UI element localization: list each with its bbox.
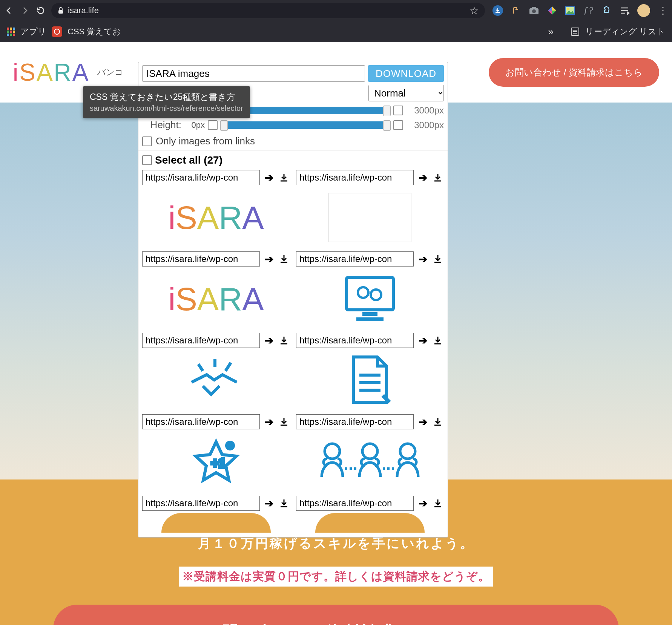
tooltip-url: saruwakakun.com/html-css/reference/selec… [90,103,243,113]
puzzle-ext-icon[interactable] [601,5,612,16]
image-thumbnail[interactable] [142,513,290,533]
image-cell: https://isara.life/wp-con➔ [296,495,444,533]
image-thumbnail[interactable]: iSARA [142,269,290,329]
bookmark-css[interactable]: CSS 覚えてお [68,26,121,37]
cta-small-button[interactable]: お問い合わせ / 資料請求はこちら [489,58,659,87]
forward-button[interactable] [20,5,30,16]
download-icon[interactable] [432,334,444,346]
image-cell: https://isara.life/wp-con➔ [296,414,444,492]
download-ext-icon[interactable] [492,5,503,16]
apps-label[interactable]: アプリ [20,26,46,37]
svg-rect-3 [532,7,536,9]
reading-list-icon[interactable] [570,27,580,37]
open-arrow-icon[interactable]: ➔ [263,497,275,509]
site-logo[interactable]: i S A R A [13,58,90,86]
open-arrow-icon[interactable]: ➔ [263,172,275,184]
svg-point-22 [371,290,381,300]
back-button[interactable] [4,5,14,16]
download-button[interactable]: DOWNLOAD [368,65,444,82]
bookmark-tooltip: CSS 覚えておきたい25種類と書き方 saruwakakun.com/html… [83,86,250,118]
image-thumbnail[interactable] [142,350,290,411]
download-icon[interactable] [432,172,444,184]
lock-icon [57,7,64,14]
image-thumbnail[interactable]: iSARA [142,187,290,248]
colors-ext-icon[interactable] [547,5,557,16]
address-bar[interactable]: isara.life ☆ [51,3,485,18]
cta-large-button[interactable]: お問い合わせ＆資料請求はこちら [53,605,619,625]
svg-rect-0 [58,10,63,14]
image-thumbnail[interactable]: +1 [142,432,290,492]
svg-rect-10 [7,31,9,33]
open-arrow-icon[interactable]: ➔ [263,334,275,346]
select-all-label: Select all (27) [155,154,222,166]
width-max: 3000px [406,105,444,116]
image-url-input[interactable]: https://isara.life/wp-con [296,414,414,429]
type-select[interactable]: Normal [368,85,444,101]
image-cell: https://isara.life/wp-con➔ [142,495,290,533]
download-icon[interactable] [278,497,290,509]
svg-point-21 [358,287,368,298]
orange-note: ※受講料金は実質０円です。詳しくは資料請求をどうぞ。 [179,567,493,587]
image-thumbnail[interactable] [296,269,444,329]
height-min-checkbox[interactable] [208,120,218,130]
download-icon[interactable] [278,172,290,184]
reading-list-label[interactable]: リーディング リスト [585,26,665,37]
image-cell: https://isara.life/wp-con➔+1 [142,414,290,492]
open-arrow-icon[interactable]: ➔ [263,416,275,428]
image-thumbnail[interactable] [296,513,444,533]
star-icon[interactable]: ☆ [469,5,479,17]
reload-button[interactable] [35,5,46,16]
image-ext-icon[interactable] [565,5,575,16]
camera-ext-icon[interactable] [529,5,539,16]
svg-rect-12 [13,31,15,33]
image-thumbnail[interactable] [296,432,444,492]
svg-rect-13 [7,34,9,36]
open-arrow-icon[interactable]: ➔ [417,497,429,509]
profile-avatar[interactable] [637,4,650,17]
extensions-row: ƒ? ⋮ [492,4,668,17]
ext-icon-2[interactable] [511,5,521,16]
image-url-input[interactable]: https://isara.life/wp-con [142,496,260,511]
bookmark-overflow[interactable]: » [548,26,553,38]
image-url-input[interactable]: https://isara.life/wp-con [142,333,260,348]
download-icon[interactable] [278,334,290,346]
font-ext-icon[interactable]: ƒ? [583,5,594,16]
image-thumbnail[interactable] [296,350,444,411]
download-icon[interactable] [432,497,444,509]
image-cell: https://isara.life/wp-con➔ [142,332,290,411]
bookmark-badge[interactable] [52,26,62,37]
url-text: isara.life [68,6,99,15]
image-url-input[interactable]: https://isara.life/wp-con [142,170,260,185]
download-icon[interactable] [278,253,290,265]
image-url-input[interactable]: https://isara.life/wp-con [142,251,260,267]
filename-input[interactable] [142,65,365,82]
image-cell: https://isara.life/wp-con➔iSARA [142,251,290,329]
open-arrow-icon[interactable]: ➔ [263,253,275,265]
image-thumbnail[interactable] [296,187,444,248]
image-url-input[interactable]: https://isara.life/wp-con [296,496,414,511]
image-url-input[interactable]: https://isara.life/wp-con [296,251,414,267]
width-max-checkbox[interactable] [393,106,403,115]
open-arrow-icon[interactable]: ➔ [417,253,429,265]
image-url-input[interactable]: https://isara.life/wp-con [142,414,260,429]
height-max-checkbox[interactable] [393,120,403,130]
image-cell: https://isara.life/wp-con➔ [296,169,444,248]
height-slider[interactable] [221,121,390,130]
download-icon[interactable] [278,416,290,428]
download-icon[interactable] [432,416,444,428]
image-url-input[interactable]: https://isara.life/wp-con [296,333,414,348]
playlist-ext-icon[interactable] [619,5,630,16]
image-url-input[interactable]: https://isara.life/wp-con [296,170,414,185]
toolbar: isara.life ☆ ƒ? ⋮ [0,0,672,21]
image-cell: https://isara.life/wp-con➔ [296,251,444,329]
download-icon[interactable] [432,253,444,265]
tooltip-title: CSS 覚えておきたい25種類と書き方 [90,91,243,103]
only-links-checkbox[interactable] [142,136,152,146]
apps-icon[interactable] [7,28,15,36]
select-all-checkbox[interactable] [142,155,152,165]
image-cell: https://isara.life/wp-con➔ [296,332,444,411]
open-arrow-icon[interactable]: ➔ [417,416,429,428]
chrome-menu-icon[interactable]: ⋮ [658,5,668,16]
open-arrow-icon[interactable]: ➔ [417,172,429,184]
open-arrow-icon[interactable]: ➔ [417,334,429,346]
